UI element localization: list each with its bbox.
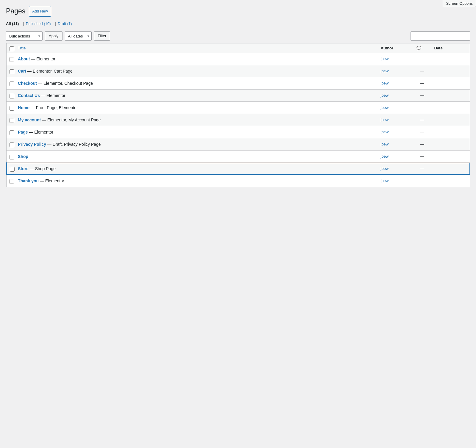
page-title-link[interactable]: Checkout xyxy=(18,81,37,86)
table-row: Page — Elementorjoew— xyxy=(7,126,470,138)
author-link[interactable]: joew xyxy=(381,118,389,122)
search-wrapper xyxy=(411,31,470,41)
bulk-actions-wrapper: Bulk actions Edit Move to Trash xyxy=(6,31,43,41)
title-column-header[interactable]: Title xyxy=(15,43,378,53)
page-title-suffix: — Draft, Privacy Policy Page xyxy=(46,142,101,147)
comment-count: — xyxy=(420,178,424,183)
row-checkbox[interactable] xyxy=(10,94,14,98)
status-published[interactable]: Published (10) xyxy=(26,21,52,26)
row-checkbox[interactable] xyxy=(10,118,14,123)
title-cell: Cart — Elementor, Cart Page xyxy=(15,65,378,77)
author-link[interactable]: joew xyxy=(381,142,389,146)
comment-count: — xyxy=(420,166,424,171)
page-title-suffix: — Elementor, Cart Page xyxy=(26,69,73,73)
select-all-header xyxy=(7,43,15,53)
date-cell xyxy=(431,102,470,114)
row-checkbox-cell xyxy=(7,151,15,163)
row-checkbox[interactable] xyxy=(10,167,15,172)
add-new-button[interactable]: Add New xyxy=(29,6,51,17)
table-row: Store — Shop Pagejoew— xyxy=(7,163,470,175)
author-link[interactable]: joew xyxy=(381,105,389,110)
author-link[interactable]: joew xyxy=(381,69,389,73)
row-checkbox-cell xyxy=(7,163,15,175)
status-draft-link[interactable]: Draft (1) xyxy=(58,21,73,26)
page-title-suffix: — Elementor xyxy=(40,93,65,98)
page-title-link[interactable]: Shop xyxy=(18,154,28,159)
author-column-header: Author xyxy=(378,43,414,53)
table-row: Home — Front Page, Elementorjoew— xyxy=(7,102,470,114)
toolbar: Bulk actions Edit Move to Trash Apply Al… xyxy=(6,29,470,43)
status-draft[interactable]: Draft (1) xyxy=(58,21,73,26)
row-checkbox[interactable] xyxy=(10,69,14,74)
author-link[interactable]: joew xyxy=(381,154,389,159)
date-cell xyxy=(431,77,470,90)
author-cell: joew xyxy=(378,163,414,175)
author-link[interactable]: joew xyxy=(381,178,389,183)
author-link[interactable]: joew xyxy=(381,81,389,85)
comments-cell: — xyxy=(414,138,431,151)
row-checkbox[interactable] xyxy=(10,179,14,184)
title-cell: Checkout — Elementor, Checkout Page xyxy=(15,77,378,90)
table-row: About — Elementorjoew— xyxy=(7,53,470,65)
page-header: Pages Add New xyxy=(6,6,470,17)
comment-count: — xyxy=(420,142,424,146)
row-checkbox[interactable] xyxy=(10,82,14,86)
title-cell: Shop xyxy=(15,151,378,163)
title-cell: Contact Us — Elementor xyxy=(15,90,378,102)
title-sort-link[interactable]: Title xyxy=(18,46,26,50)
row-checkbox[interactable] xyxy=(10,130,14,135)
published-count: (10) xyxy=(44,21,51,26)
search-input[interactable] xyxy=(411,31,470,41)
screen-options-button[interactable]: Screen Options xyxy=(443,0,476,7)
row-checkbox[interactable] xyxy=(10,57,14,62)
author-cell: joew xyxy=(378,53,414,65)
comments-cell: — xyxy=(414,151,431,163)
row-checkbox[interactable] xyxy=(10,106,14,111)
page-title-suffix: — Elementor xyxy=(30,57,56,61)
status-filter-nav: All (11) | Published (10) | Draft (1) xyxy=(6,21,470,26)
row-checkbox[interactable] xyxy=(10,142,14,147)
page-title-link[interactable]: Home xyxy=(18,105,29,110)
row-checkbox-cell xyxy=(7,114,15,126)
page-title-link[interactable]: Thank you xyxy=(18,178,39,183)
page-title-link[interactable]: My account xyxy=(18,118,41,122)
filter-button[interactable]: Filter xyxy=(94,31,110,41)
table-row: My account — Elementor, My Account Pagej… xyxy=(7,114,470,126)
date-cell xyxy=(431,65,470,77)
comments-cell: — xyxy=(414,163,431,175)
page-title-link[interactable]: Privacy Policy xyxy=(18,142,46,147)
row-checkbox-cell xyxy=(7,77,15,90)
comment-count: — xyxy=(420,81,424,85)
title-cell: Page — Elementor xyxy=(15,126,378,138)
status-all-link[interactable]: All (11) xyxy=(6,21,20,26)
title-cell: Store — Shop Page xyxy=(15,163,378,175)
author-link[interactable]: joew xyxy=(381,166,389,171)
author-cell: joew xyxy=(378,90,414,102)
author-link[interactable]: joew xyxy=(381,130,389,134)
table-row: Thank you — Elementorjoew— xyxy=(7,175,470,187)
page-title-link[interactable]: Cart xyxy=(18,69,26,73)
bulk-actions-select[interactable]: Bulk actions Edit Move to Trash xyxy=(6,31,43,41)
apply-button[interactable]: Apply xyxy=(45,31,62,41)
page-title-link[interactable]: Contact Us xyxy=(18,93,40,98)
author-cell: joew xyxy=(378,114,414,126)
author-cell: joew xyxy=(378,77,414,90)
row-checkbox-cell xyxy=(7,138,15,151)
page-title-link[interactable]: About xyxy=(18,57,30,61)
author-link[interactable]: joew xyxy=(381,93,389,98)
dates-filter-select[interactable]: All dates xyxy=(65,31,92,41)
pages-table: Title Author 💬 Date About — Elementorjoe… xyxy=(6,43,470,187)
date-column-header: Date xyxy=(431,43,470,53)
page-title-link[interactable]: Page xyxy=(18,130,28,134)
date-cell xyxy=(431,175,470,187)
status-published-link[interactable]: Published (10) xyxy=(26,21,52,26)
status-all[interactable]: All (11) xyxy=(6,21,20,26)
comment-count: — xyxy=(420,105,424,110)
select-all-checkbox[interactable] xyxy=(10,46,14,51)
author-link[interactable]: joew xyxy=(381,57,389,61)
date-cell xyxy=(431,90,470,102)
row-checkbox[interactable] xyxy=(10,155,14,159)
title-cell: My account — Elementor, My Account Page xyxy=(15,114,378,126)
page-title-link[interactable]: Store xyxy=(18,166,29,171)
all-count: (11) xyxy=(12,21,19,26)
